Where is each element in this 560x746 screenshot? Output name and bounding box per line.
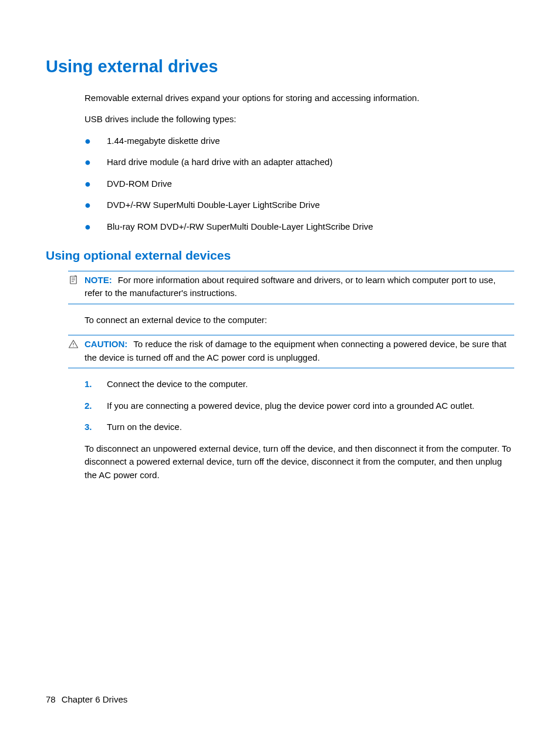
step-number: 1. <box>85 378 107 391</box>
disconnect-paragraph: To disconnect an unpowered external devi… <box>85 442 514 482</box>
step-item: 2. If you are connecting a powered devic… <box>85 399 514 413</box>
bullet-icon: ● <box>85 220 107 232</box>
connect-intro: To connect an external device to the com… <box>85 314 514 327</box>
intro-paragraph-1: Removable external drives expand your op… <box>85 92 514 105</box>
list-item: ● DVD+/-RW SuperMulti Double-Layer Light… <box>85 199 514 212</box>
list-item: ● 1.44-megabyte diskette drive <box>85 135 514 148</box>
step-text: Connect the device to the computer. <box>107 378 514 391</box>
list-item: ● Hard drive module (a hard drive with a… <box>85 156 514 169</box>
note-callout: NOTE:For more information about required… <box>68 271 514 304</box>
chapter-label: Chapter 6 Drives <box>62 694 128 704</box>
page-number: 78 <box>46 694 56 704</box>
step-number: 3. <box>85 421 107 434</box>
bullet-icon: ● <box>85 199 107 210</box>
caution-text: To reduce the risk of damage to the equi… <box>85 339 507 362</box>
caution-callout: CAUTION:To reduce the risk of damage to … <box>68 335 514 368</box>
steps-list: 1. Connect the device to the computer. 2… <box>85 378 514 434</box>
step-text: Turn on the device. <box>107 421 514 434</box>
list-item: ● Blu-ray ROM DVD+/-RW SuperMulti Double… <box>85 220 514 234</box>
svg-point-2 <box>73 346 73 347</box>
step-item: 1. Connect the device to the computer. <box>85 378 514 391</box>
list-item-text: 1.44-megabyte diskette drive <box>107 135 514 148</box>
caution-icon <box>68 338 85 350</box>
heading-primary: Using external drives <box>46 54 514 80</box>
bullet-icon: ● <box>85 135 107 146</box>
list-item-text: Blu-ray ROM DVD+/-RW SuperMulti Double-L… <box>107 220 514 234</box>
step-item: 3. Turn on the device. <box>85 421 514 434</box>
heading-secondary: Using optional external devices <box>46 246 514 265</box>
list-item: ● DVD-ROM Drive <box>85 177 514 191</box>
caution-label: CAUTION: <box>85 339 127 349</box>
bullet-icon: ● <box>85 177 107 189</box>
note-label: NOTE: <box>85 275 112 285</box>
bullet-icon: ● <box>85 156 107 167</box>
usb-drive-types-list: ● 1.44-megabyte diskette drive ● Hard dr… <box>85 135 514 234</box>
step-number: 2. <box>85 399 107 413</box>
intro-paragraph-2: USB drives include the following types: <box>85 113 514 126</box>
list-item-text: Hard drive module (a hard drive with an … <box>107 156 514 169</box>
list-item-text: DVD+/-RW SuperMulti Double-Layer LightSc… <box>107 199 514 212</box>
page-footer: 78Chapter 6 Drives <box>46 693 127 707</box>
step-text: If you are connecting a powered device, … <box>107 399 514 413</box>
note-icon <box>68 274 85 285</box>
list-item-text: DVD-ROM Drive <box>107 177 514 191</box>
note-text: For more information about required soft… <box>85 275 495 298</box>
